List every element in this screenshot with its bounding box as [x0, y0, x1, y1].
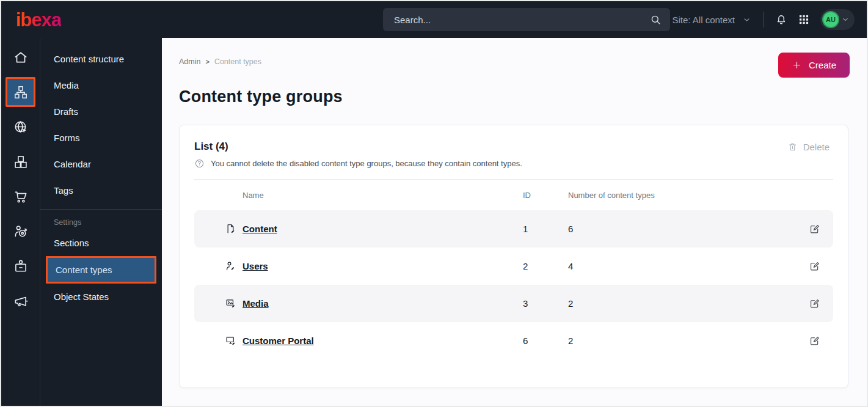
page-title: Content type groups: [179, 87, 867, 106]
group-id: 1: [523, 224, 568, 234]
group-id: 2: [523, 261, 568, 271]
list-title: List (4): [194, 141, 228, 153]
sidebar-item-calendar[interactable]: Calendar: [40, 151, 162, 177]
group-link[interactable]: Media: [243, 298, 269, 309]
group-link[interactable]: Users: [243, 261, 268, 271]
grid-dots-icon: [798, 13, 810, 26]
table-row: Content 1 6: [194, 210, 833, 248]
help-text: You cannot delete the disabled content t…: [211, 159, 522, 168]
site-globe-cursor-icon: [13, 119, 29, 135]
notifications-button[interactable]: [775, 13, 787, 26]
search-icon: [650, 14, 662, 26]
rail-item-commerce[interactable]: [1, 179, 40, 214]
sidebar-item-object-states[interactable]: Object States: [40, 284, 162, 310]
table-row: Media 3 2: [194, 285, 833, 322]
column-header-name: Name: [243, 191, 523, 200]
group-count: 2: [568, 298, 809, 309]
topbar-divider: [763, 12, 764, 28]
group-id: 6: [523, 336, 568, 346]
sidebar-item-sections[interactable]: Sections: [40, 230, 162, 256]
sidebar-section-settings: Settings: [40, 210, 162, 230]
edit-row-button[interactable]: [809, 223, 833, 235]
site-context-label: Site: All context: [672, 15, 735, 25]
table-body: Content 1 6 Users 2: [194, 210, 833, 359]
search-input[interactable]: [393, 14, 650, 26]
edit-icon: [809, 298, 820, 309]
create-button-label: Create: [809, 60, 836, 70]
help-row: You cannot delete the disabled content t…: [194, 158, 833, 169]
chevron-down-icon: [841, 15, 850, 24]
sidebar-item-content-types[interactable]: Content types: [46, 256, 156, 284]
edit-row-button[interactable]: [809, 335, 833, 346]
trash-icon: [787, 142, 798, 152]
breadcrumb-admin[interactable]: Admin: [179, 57, 200, 66]
rail-item-campaigns[interactable]: [1, 284, 40, 318]
content-structure-sitemap-icon: [13, 84, 29, 100]
chevron-down-icon: [742, 15, 751, 24]
edit-icon: [809, 223, 820, 235]
edit-row-button[interactable]: [809, 298, 833, 309]
group-link[interactable]: Content: [243, 224, 277, 234]
personalization-target-icon: [13, 224, 29, 240]
sidebar-item-media[interactable]: Media: [40, 72, 162, 98]
user-menu[interactable]: AU: [820, 9, 855, 30]
table-header-row: Name ID Number of content types: [194, 180, 833, 210]
rail-item-dashboard[interactable]: [1, 40, 40, 75]
bell-icon: [775, 13, 787, 26]
group-count: 4: [568, 261, 809, 271]
delete-button-label: Delete: [803, 142, 830, 152]
topbar-right: Site: All context AU: [655, 9, 855, 30]
breadcrumb-separator: >: [205, 58, 209, 65]
breadcrumb: Admin > Content types: [179, 53, 261, 66]
topbar: ibexa Site: All context: [1, 1, 867, 38]
group-id: 3: [523, 298, 568, 309]
delete-button[interactable]: Delete: [784, 141, 833, 153]
rail-item-content[interactable]: [1, 75, 40, 109]
home-icon: [13, 50, 29, 65]
sidebar-menu: Content structure Media Drafts Forms Cal…: [40, 38, 162, 406]
group-count: 6: [568, 224, 809, 234]
sidebar-item-drafts[interactable]: Drafts: [40, 98, 162, 125]
question-circle-icon: [194, 158, 205, 169]
group-link[interactable]: Customer Portal: [243, 336, 314, 346]
admin-badge-icon: [13, 258, 29, 274]
plus-icon: [792, 60, 802, 70]
rail-item-products[interactable]: [1, 144, 40, 179]
column-header-count: Number of content types: [568, 191, 809, 200]
create-button[interactable]: Create: [778, 53, 850, 78]
app-switcher-button[interactable]: [798, 13, 810, 26]
commerce-cart-icon: [13, 189, 29, 205]
sidebar-item-content-structure[interactable]: Content structure: [40, 46, 162, 72]
customer-portal-screen-icon: [225, 335, 236, 346]
edit-icon: [809, 260, 820, 272]
global-search[interactable]: [383, 8, 670, 31]
ibexa-logo[interactable]: ibexa: [16, 10, 61, 29]
icon-rail: [1, 38, 40, 406]
campaign-megaphone-icon: [13, 293, 29, 309]
column-header-id: ID: [523, 191, 568, 200]
rail-item-admin[interactable]: [1, 249, 40, 284]
breadcrumb-current: Content types: [214, 57, 261, 66]
product-boxes-icon: [13, 154, 29, 170]
content-file-icon: [225, 223, 236, 235]
ibexa-admin-window: ibexa Site: All context: [0, 0, 868, 407]
edit-icon: [809, 335, 820, 346]
edit-row-button[interactable]: [809, 260, 833, 272]
avatar: AU: [822, 11, 839, 28]
rail-item-personalization[interactable]: [1, 214, 40, 249]
sidebar-item-tags[interactable]: Tags: [40, 177, 162, 204]
content-type-groups-card: List (4) Delete You cannot delete the di…: [179, 125, 848, 388]
main-content: Admin > Content types Create Content typ…: [162, 38, 867, 406]
sidebar-item-forms[interactable]: Forms: [40, 125, 162, 151]
table-row: Customer Portal 6 2: [194, 322, 833, 359]
users-person-icon: [225, 260, 236, 272]
rail-item-site[interactable]: [1, 109, 40, 144]
media-image-icon: [225, 298, 236, 309]
group-count: 2: [568, 336, 809, 346]
table-row: Users 2 4: [194, 248, 833, 285]
